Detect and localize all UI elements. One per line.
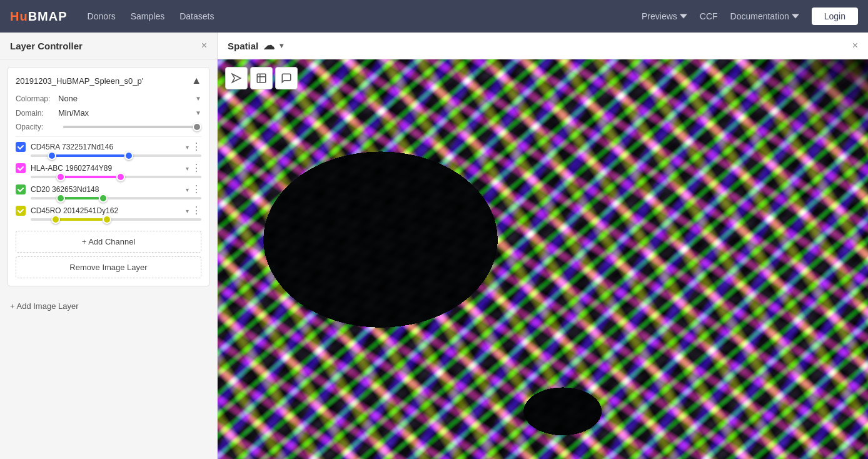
channel-name-cd45ra: CD45RA 7322517Nd146 xyxy=(31,143,186,151)
channel-checkbox-hla-abc[interactable] xyxy=(16,163,26,173)
colormap-select[interactable]: None ▼ xyxy=(58,94,201,103)
channel-row-cd20: CD20 362653Nd148 ▾ ⋮ xyxy=(16,184,201,199)
channel-thumb-right-cd45ro[interactable] xyxy=(103,215,111,224)
spatial-dropdown-arrow[interactable]: ▾ xyxy=(280,41,283,50)
nav-samples[interactable]: Samples xyxy=(131,11,164,21)
microscopy-canvas xyxy=(218,59,868,459)
domain-label: Domain: xyxy=(16,109,58,118)
channel-slider-cd45ra[interactable] xyxy=(16,154,201,157)
previews-label: Previews xyxy=(642,11,677,21)
navbar-right: Previews CCF Documentation Login xyxy=(642,8,858,25)
opacity-thumb[interactable] xyxy=(193,123,201,131)
channel-dropdown-hla-abc[interactable]: ▾ xyxy=(186,165,189,172)
nav-datasets[interactable]: Datasets xyxy=(179,11,214,21)
documentation-label: Documentation xyxy=(730,11,789,21)
layer-controller-panel: Layer Controller × 20191203_HuBMAP_Splee… xyxy=(0,33,218,459)
channel-menu-cd45ra[interactable]: ⋮ xyxy=(191,142,201,152)
channel-row-hla-abc: HLA-ABC 19602744Y89 ▾ ⋮ xyxy=(16,163,201,178)
channel-header-cd20: CD20 362653Nd148 ▾ ⋮ xyxy=(16,184,201,194)
colormap-label: Colormap: xyxy=(16,94,58,103)
channel-thumb-right-cd20[interactable] xyxy=(99,194,108,203)
channel-header-hla-abc: HLA-ABC 19602744Y89 ▾ ⋮ xyxy=(16,163,201,173)
nav-ccf[interactable]: CCF xyxy=(700,11,718,21)
spatial-panel: Spatial ☁ ▾ × xyxy=(218,33,868,459)
channel-thumb-left-cd45ra[interactable] xyxy=(48,151,56,160)
channel-checkbox-cd45ro[interactable] xyxy=(16,206,26,216)
channel-slider-hla-abc[interactable] xyxy=(16,176,201,178)
channel-row-cd45ro: CD45RO 20142541Dy162 ▾ ⋮ xyxy=(16,206,201,221)
channel-checkbox-cd45ra[interactable] xyxy=(16,142,26,152)
add-image-layer-button[interactable]: + Add Image Layer xyxy=(0,294,217,318)
channel-thumb-right-cd45ra[interactable] xyxy=(124,151,133,160)
spatial-header: Spatial ☁ ▾ × xyxy=(218,33,868,59)
channel-thumb-right-hla-abc[interactable] xyxy=(116,173,125,181)
panel-close-button[interactable]: × xyxy=(201,40,207,51)
select-button[interactable] xyxy=(250,67,273,89)
navbar: HuBMAP Donors Samples Datasets Previews … xyxy=(0,0,868,33)
opacity-row: Opacity: xyxy=(16,123,201,131)
colormap-value: None xyxy=(58,94,78,103)
add-channel-button[interactable]: + Add Channel xyxy=(16,231,201,253)
cloud-icon[interactable]: ☁ xyxy=(263,39,275,53)
annotation-button[interactable] xyxy=(275,67,298,89)
channel-slider-cd20[interactable] xyxy=(16,197,201,199)
main-layout: Layer Controller × 20191203_HuBMAP_Splee… xyxy=(0,33,868,459)
spatial-title-group: Spatial ☁ ▾ xyxy=(228,39,283,53)
remove-image-layer-button[interactable]: Remove Image Layer xyxy=(16,256,201,278)
channel-menu-cd20[interactable]: ⋮ xyxy=(191,184,201,194)
channel-dropdown-cd45ra[interactable]: ▾ xyxy=(186,144,189,151)
svg-marker-0 xyxy=(232,74,241,83)
domain-select[interactable]: Min/Max ▼ xyxy=(58,108,201,118)
panel-header: Layer Controller × xyxy=(0,33,217,59)
navigate-button[interactable] xyxy=(225,67,248,89)
domain-row: Domain: Min/Max ▼ xyxy=(16,108,201,118)
layer-card-header: 20191203_HuBMAP_Spleen_s0_p' ▲ xyxy=(16,75,201,86)
domain-value: Min/Max xyxy=(58,108,89,118)
channel-row-cd45ra: CD45RA 7322517Nd146 ▾ ⋮ xyxy=(16,142,201,157)
spatial-canvas[interactable] xyxy=(218,59,868,459)
layer-card: 20191203_HuBMAP_Spleen_s0_p' ▲ Colormap:… xyxy=(8,67,209,286)
colormap-row: Colormap: None ▼ xyxy=(16,94,201,103)
channel-menu-cd45ro[interactable]: ⋮ xyxy=(191,206,201,216)
nav-donors[interactable]: Donors xyxy=(88,11,116,21)
add-image-layer-label: + Add Image Layer xyxy=(10,301,79,311)
channel-name-cd45ro: CD45RO 20142541Dy162 xyxy=(31,206,186,215)
domain-arrow: ▼ xyxy=(195,109,201,116)
channel-slider-cd45ro[interactable] xyxy=(16,218,201,221)
channel-checkbox-cd20[interactable] xyxy=(16,184,26,194)
svg-rect-1 xyxy=(257,74,266,83)
channel-thumb-left-cd45ro[interactable] xyxy=(51,215,60,224)
spatial-title-text: Spatial xyxy=(228,41,258,51)
channel-dropdown-cd45ro[interactable]: ▾ xyxy=(186,208,189,214)
layer-name: 20191203_HuBMAP_Spleen_s0_p' xyxy=(16,76,186,86)
channel-thumb-left-cd20[interactable] xyxy=(56,194,65,203)
previews-dropdown[interactable]: Previews xyxy=(642,11,687,21)
opacity-label: Opacity: xyxy=(16,123,58,131)
documentation-dropdown[interactable]: Documentation xyxy=(730,11,799,21)
panel-title: Layer Controller xyxy=(10,41,83,51)
channel-name-cd20: CD20 362653Nd148 xyxy=(31,185,186,194)
opacity-slider[interactable] xyxy=(63,126,201,128)
channel-thumb-left-hla-abc[interactable] xyxy=(56,173,65,181)
channel-header-cd45ra: CD45RA 7322517Nd146 ▾ ⋮ xyxy=(16,142,201,152)
layer-collapse-button[interactable]: ▲ xyxy=(191,75,201,86)
channel-dropdown-cd20[interactable]: ▾ xyxy=(186,186,189,193)
login-button[interactable]: Login xyxy=(812,8,858,25)
colormap-arrow: ▼ xyxy=(195,95,201,102)
channel-header-cd45ro: CD45RO 20142541Dy162 ▾ ⋮ xyxy=(16,206,201,216)
channel-menu-hla-abc[interactable]: ⋮ xyxy=(191,163,201,173)
spatial-close-button[interactable]: × xyxy=(852,40,858,51)
spatial-toolbar xyxy=(225,67,298,89)
channel-name-hla-abc: HLA-ABC 19602744Y89 xyxy=(31,164,186,173)
brand-logo: HuBMAP xyxy=(10,9,68,24)
